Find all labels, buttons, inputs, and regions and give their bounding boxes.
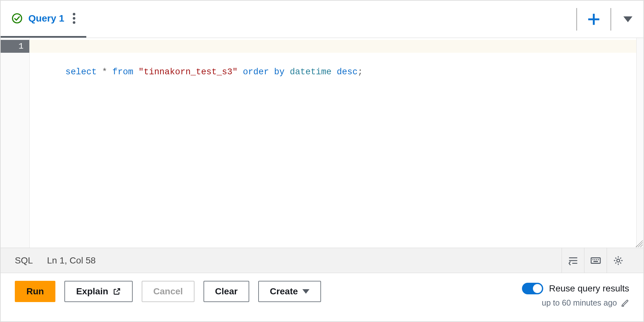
create-button[interactable]: Create [258,281,321,302]
create-label: Create [270,286,298,297]
run-button[interactable]: Run [15,281,55,302]
editor-status-bar: SQL Ln 1, Col 58 [1,248,643,273]
reuse-results-toggle[interactable] [522,283,543,294]
caret-down-icon [623,16,632,22]
plus-icon [586,12,601,27]
edit-pencil-icon [621,299,629,307]
line-gutter: 1 [1,38,30,248]
cancel-label: Cancel [153,286,183,297]
explain-label: Explain [76,286,108,297]
tab-label: Query 1 [28,13,64,24]
clear-label: Clear [215,286,238,297]
gear-icon [613,255,624,266]
keyboard-icon [590,255,601,266]
svg-point-12 [617,259,620,262]
clear-button[interactable]: Clear [204,281,249,302]
new-query-button[interactable] [585,10,603,28]
cancel-button: Cancel [142,281,194,302]
run-label: Run [26,286,44,297]
settings-button[interactable] [607,248,629,273]
action-bar: Run Explain Cancel Clear Create Reuse qu… [1,273,643,321]
svg-rect-6 [591,258,600,263]
query-editor-panel: Query 1 1 select * from "tinnakorn_test_… [0,0,644,322]
tab-query-1[interactable]: Query 1 [1,1,86,38]
keyboard-button[interactable] [584,248,607,273]
tab-bar-actions [569,1,643,38]
svg-point-0 [13,14,22,23]
resize-handle-icon[interactable] [636,240,643,247]
reuse-results-section: Reuse query results up to 60 minutes ago [522,281,629,308]
language-indicator: SQL [15,255,33,266]
cursor-position: Ln 1, Col 58 [47,255,96,266]
sql-line: select * from "tinnakorn_test_s3" order … [65,67,363,77]
divider [576,8,577,31]
wrap-icon [568,255,579,266]
caret-down-icon [302,289,309,294]
editor-right-margin [636,38,643,248]
tab-overflow-button[interactable] [619,10,637,28]
reuse-results-label: Reuse query results [549,283,629,294]
code-area[interactable]: select * from "tinnakorn_test_s3" order … [30,38,636,248]
current-line-highlight [30,40,636,53]
line-number: 1 [1,40,29,53]
explain-button[interactable]: Explain [64,281,133,302]
divider [611,8,611,31]
wrap-lines-button[interactable] [562,248,584,273]
reuse-results-sublabel[interactable]: up to 60 minutes ago [542,298,630,308]
external-link-icon [113,287,121,296]
code-editor[interactable]: 1 select * from "tinnakorn_test_s3" orde… [1,38,643,248]
success-check-icon [12,13,23,24]
tab-bar: Query 1 [1,1,643,38]
tab-menu-kebab-icon[interactable] [73,13,75,24]
